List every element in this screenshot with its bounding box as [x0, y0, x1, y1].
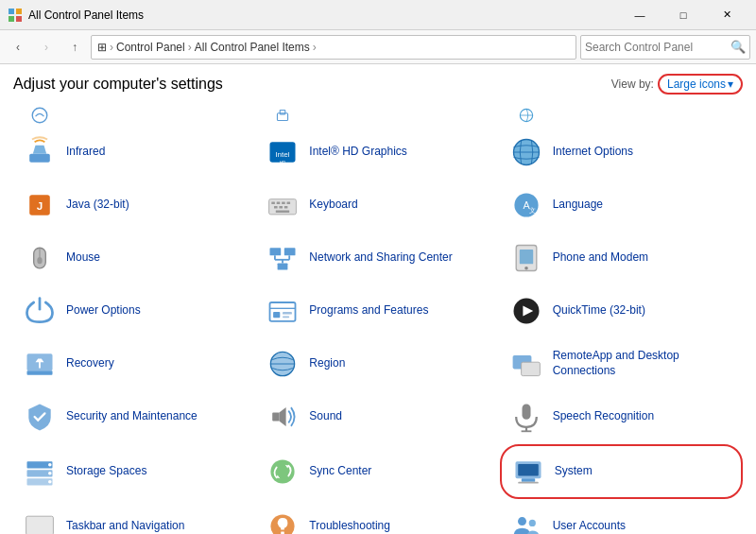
- svg-point-66: [48, 463, 52, 467]
- item-label: Taskbar and Navigation: [66, 519, 184, 534]
- control-item-remote[interactable]: RemoteApp and Desktop Connections: [500, 338, 743, 389]
- control-item-sound[interactable]: Sound: [256, 391, 499, 442]
- item-label: Java (32-bit): [66, 198, 129, 213]
- svg-point-80: [528, 520, 535, 526]
- control-item-recovery[interactable]: Recovery: [13, 338, 256, 389]
- control-item-sync[interactable]: Sync Center: [256, 444, 499, 499]
- item-label: User Accounts: [553, 519, 626, 534]
- window-icon: [8, 8, 23, 23]
- partial-row: [13, 106, 743, 125]
- control-item-internet[interactable]: Internet Options: [500, 127, 743, 178]
- control-item-phone[interactable]: Phone and Modem: [500, 233, 743, 284]
- svg-rect-23: [274, 206, 278, 209]
- control-item-network[interactable]: Network and Sharing Center: [256, 233, 499, 284]
- svg-rect-2: [9, 16, 14, 22]
- breadcrumb[interactable]: ⊞ › Control Panel › All Control Panel It…: [91, 35, 576, 60]
- svg-rect-74: [26, 516, 54, 534]
- control-item-security[interactable]: Security and Maintenance: [13, 391, 256, 442]
- item-label: Power Options: [66, 303, 141, 319]
- control-item-storage[interactable]: Storage Spaces: [13, 444, 256, 499]
- power-icon: [21, 292, 59, 330]
- control-item-region[interactable]: Region: [256, 338, 499, 389]
- svg-rect-58: [273, 413, 280, 422]
- item-label: Programs and Features: [309, 303, 428, 319]
- title-bar: All Control Panel Items — □ ✕: [0, 0, 756, 30]
- up-button[interactable]: ↑: [62, 35, 87, 60]
- back-button[interactable]: ‹: [6, 35, 30, 60]
- internet-icon: [507, 133, 545, 171]
- view-by-arrow: ▾: [728, 78, 733, 91]
- control-item-programs[interactable]: Programs and Features: [256, 285, 499, 336]
- item-label: Sound: [309, 409, 342, 424]
- maximize-button[interactable]: □: [662, 0, 705, 30]
- control-item-java[interactable]: J Java (32-bit): [13, 180, 256, 231]
- svg-rect-43: [270, 302, 296, 321]
- svg-rect-25: [284, 206, 288, 209]
- window-title: All Control Panel Items: [28, 9, 144, 22]
- item-label: Intel® HD Graphics: [309, 145, 407, 160]
- forward-button[interactable]: ›: [34, 35, 59, 60]
- control-item-quicktime[interactable]: QuickTime (32-bit): [500, 285, 743, 336]
- control-item-troubleshoot[interactable]: Troubleshooting: [256, 501, 499, 534]
- item-label: Network and Sharing Center: [309, 250, 452, 266]
- close-button[interactable]: ✕: [705, 0, 748, 30]
- item-label: Security and Maintenance: [66, 409, 198, 424]
- item-label: QuickTime (32-bit): [553, 303, 645, 319]
- partial-icon-3: [507, 106, 545, 125]
- item-label: Keyboard: [309, 198, 357, 213]
- view-by-dropdown[interactable]: Large icons ▾: [658, 74, 743, 95]
- svg-rect-26: [276, 210, 289, 213]
- search-input[interactable]: [585, 41, 730, 54]
- page-title: Adjust your computer's settings: [13, 76, 223, 93]
- svg-point-32: [37, 257, 42, 264]
- item-label: Recovery: [66, 356, 114, 371]
- content-area: Adjust your computer's settings View by:…: [0, 64, 756, 534]
- control-item-taskbar[interactable]: Taskbar and Navigation: [13, 501, 256, 534]
- java-icon: J: [21, 186, 59, 224]
- svg-rect-57: [521, 362, 540, 375]
- svg-rect-0: [9, 9, 14, 14]
- item-label: Speech Recognition: [553, 409, 654, 424]
- item-label: RemoteApp and Desktop Connections: [553, 349, 735, 378]
- item-label: Storage Spaces: [66, 464, 146, 479]
- view-by-label: View by:: [611, 78, 654, 91]
- svg-rect-34: [284, 248, 296, 255]
- control-item-infrared[interactable]: Infrared: [13, 127, 256, 178]
- main-content: Adjust your computer's settings View by:…: [0, 64, 756, 534]
- view-by-value-label: Large icons: [667, 78, 726, 91]
- svg-rect-9: [29, 154, 50, 163]
- sound-icon: [264, 398, 301, 436]
- mouse-icon: [21, 239, 59, 277]
- item-label: Region: [309, 356, 345, 371]
- system-icon: [509, 453, 547, 491]
- region-icon: [264, 345, 301, 383]
- troubleshoot-icon: [264, 508, 301, 534]
- svg-point-4: [32, 108, 47, 123]
- item-label: Internet Options: [553, 145, 633, 160]
- svg-text:文: 文: [528, 206, 535, 215]
- svg-rect-3: [16, 16, 22, 22]
- svg-text:HD: HD: [280, 161, 286, 165]
- partial-icon-2: [264, 106, 301, 125]
- control-item-keyboard[interactable]: Keyboard: [256, 180, 499, 231]
- svg-rect-24: [280, 206, 284, 209]
- control-item-speech[interactable]: Speech Recognition: [500, 391, 743, 442]
- svg-rect-1: [16, 9, 22, 14]
- control-item-system[interactable]: System: [500, 444, 743, 499]
- svg-rect-45: [273, 312, 280, 318]
- minimize-button[interactable]: —: [618, 0, 662, 30]
- svg-text:J: J: [37, 199, 43, 212]
- svg-point-42: [524, 267, 528, 270]
- search-button[interactable]: 🔍: [730, 40, 746, 54]
- window-controls: — □ ✕: [618, 0, 748, 30]
- control-item-mouse[interactable]: Mouse: [13, 233, 256, 284]
- control-item-language[interactable]: A文 Language: [500, 180, 743, 231]
- control-item-users[interactable]: User Accounts: [500, 501, 743, 534]
- control-item-intel[interactable]: IntelHD Intel® HD Graphics: [256, 127, 499, 178]
- phone-icon: [507, 239, 545, 277]
- item-label: Language: [553, 198, 603, 213]
- svg-point-67: [48, 472, 52, 475]
- quicktime-icon: [507, 292, 545, 330]
- control-item-power[interactable]: Power Options: [13, 285, 256, 336]
- svg-marker-59: [280, 407, 286, 426]
